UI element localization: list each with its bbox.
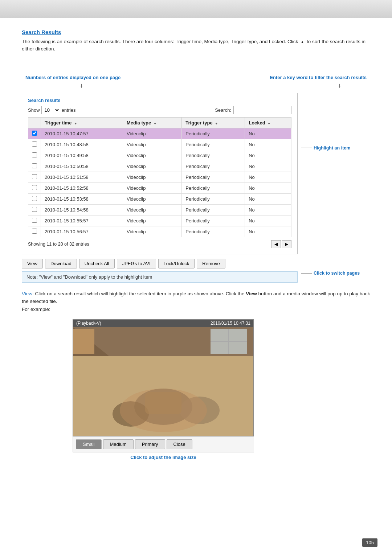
table-label: Search results [28, 98, 291, 103]
playback-image [73, 327, 253, 436]
trigger-type-cell: Periodically [182, 226, 245, 237]
table-row[interactable]: 2010-01-15 10:47:57VideoclipPeriodically… [28, 128, 291, 139]
annotation-right-label: Enter a key word to filter the search re… [270, 75, 367, 80]
table-row[interactable]: 2010-01-15 10:49:58VideoclipPeriodically… [28, 150, 291, 161]
trigger-type-cell: Periodically [182, 193, 245, 204]
svg-point-11 [120, 389, 207, 432]
media-type-cell: Videoclip [123, 128, 181, 139]
view-bold: View [246, 291, 257, 296]
trigger-type-header[interactable]: Trigger type ⬥ [182, 117, 245, 128]
table-header: Trigger time ⬥ Media type ⬥ Trigger type… [28, 117, 291, 128]
locked-cell: No [245, 182, 291, 193]
table-row[interactable]: 2010-01-15 10:52:58VideoclipPeriodically… [28, 182, 291, 193]
locked-cell: No [245, 128, 291, 139]
row-checkbox[interactable] [32, 163, 37, 168]
sort-icon-trigger: ⬥ [74, 121, 77, 125]
locked-header[interactable]: Locked ⬥ [245, 117, 291, 128]
locked-cell: No [245, 215, 291, 226]
row-checkbox[interactable] [32, 174, 37, 179]
small-button[interactable]: Small [76, 439, 102, 449]
media-type-cell: Videoclip [123, 182, 181, 193]
remove-button[interactable]: Remove [197, 259, 225, 268]
row-checkbox[interactable] [32, 152, 37, 157]
table-row[interactable]: 2010-01-15 10:53:58VideoclipPeriodically… [28, 193, 291, 204]
trigger-type-cell: Periodically [182, 172, 245, 182]
view-button[interactable]: View [22, 259, 43, 268]
playback-label-right: 2010/01/15 10:47:31 [211, 321, 250, 326]
trigger-time-cell: 2010-01-15 10:51:58 [41, 172, 123, 182]
trigger-type-cell: Periodically [182, 139, 245, 150]
locked-cell: No [245, 226, 291, 237]
click-adjust-label: Click to adjust the image size [73, 455, 254, 460]
locked-cell: No [245, 193, 291, 204]
table-row[interactable]: 2010-01-15 10:48:58VideoclipPeriodically… [28, 139, 291, 150]
close-button[interactable]: Close [167, 439, 192, 449]
sort-icon: ⬥ [301, 38, 304, 45]
trigger-time-cell: 2010-01-15 10:53:58 [41, 193, 123, 204]
show-label: Show [28, 107, 40, 113]
right-annotations: Highlight an item Click to switch pages [298, 93, 370, 290]
table-row[interactable]: 2010-01-15 10:54:58VideoclipPeriodically… [28, 204, 291, 215]
main-table-area: Search results Show 10 25 50 100 entries [22, 93, 298, 290]
sort-icon-media: ⬥ [154, 121, 156, 125]
page-number: 105 [362, 538, 377, 547]
for-example-label: For example: [22, 307, 50, 312]
row-checkbox[interactable] [32, 207, 37, 212]
prev-page-button[interactable]: ◀ [271, 240, 281, 248]
locked-cell: No [245, 150, 291, 161]
entries-select[interactable]: 10 25 50 100 [41, 106, 60, 114]
table-row[interactable]: 2010-01-15 10:50:58VideoclipPeriodically… [28, 161, 291, 172]
header-row: Trigger time ⬥ Media type ⬥ Trigger type… [28, 117, 291, 128]
media-type-cell: Videoclip [123, 193, 181, 204]
download-button[interactable]: Download [45, 259, 77, 268]
row-checkbox-cell [28, 172, 41, 182]
medium-button[interactable]: Medium [103, 439, 134, 449]
switch-annotation-text: Click to switch pages [314, 271, 360, 276]
note-box: Note: "View" and "Download" only apply t… [22, 271, 298, 283]
jpegs-to-avi-button[interactable]: JPEGs to AVI [117, 259, 156, 268]
row-checkbox-cell [28, 128, 41, 139]
sort-icon-type: ⬥ [215, 121, 217, 125]
trigger-time-header[interactable]: Trigger time ⬥ [41, 117, 123, 128]
row-checkbox[interactable] [32, 229, 37, 234]
results-table: Trigger time ⬥ Media type ⬥ Trigger type… [28, 117, 291, 237]
highlight-annotation-container: Highlight an item [301, 145, 350, 151]
intro-text-1: The following is an example of search re… [22, 39, 298, 44]
left-arrow-indicator: ↓ [80, 82, 83, 89]
showing-text-row: Showing 11 to 20 of 32 entries ◀ ▶ [28, 240, 291, 248]
annotation-area: Numbers of entries displayed on one page… [22, 60, 370, 89]
next-page-button[interactable]: ▶ [282, 240, 291, 248]
row-checkbox[interactable] [32, 131, 37, 136]
room-svg [73, 327, 253, 436]
row-checkbox-cell [28, 204, 41, 215]
media-type-header[interactable]: Media type ⬥ [123, 117, 181, 128]
top-bar [0, 0, 392, 18]
trigger-time-cell: 2010-01-15 10:56:57 [41, 226, 123, 237]
media-type-cell: Videoclip [123, 150, 181, 161]
row-checkbox[interactable] [32, 141, 37, 147]
highlight-annotation-text: Highlight an item [314, 145, 350, 151]
lock-unlock-button[interactable]: Lock/Unlock [158, 259, 195, 268]
row-checkbox-cell [28, 161, 41, 172]
right-arrow-indicator: ↓ [338, 82, 341, 89]
playback-label-left: (Playback-V) [76, 321, 101, 326]
trigger-time-cell: 2010-01-15 10:48:58 [41, 139, 123, 150]
row-checkbox[interactable] [32, 218, 37, 223]
row-checkbox-cell [28, 215, 41, 226]
primary-button[interactable]: Primary [135, 439, 165, 449]
playback-window: (Playback-V) 2010/01/15 10:47:31 [73, 319, 254, 436]
table-row[interactable]: 2010-01-15 10:55:57VideoclipPeriodically… [28, 215, 291, 226]
row-checkbox-cell [28, 182, 41, 193]
uncheck-all-button[interactable]: Uncheck All [79, 259, 115, 268]
row-checkbox[interactable] [32, 185, 37, 190]
row-checkbox[interactable] [32, 196, 37, 201]
table-row[interactable]: 2010-01-15 10:51:58VideoclipPeriodically… [28, 172, 291, 182]
view-link[interactable]: View [22, 291, 32, 296]
locked-cell: No [245, 204, 291, 215]
table-row[interactable]: 2010-01-15 10:56:57VideoclipPeriodically… [28, 226, 291, 237]
checkbox-header [28, 117, 41, 128]
trigger-type-cell: Periodically [182, 128, 245, 139]
trigger-time-cell: 2010-01-15 10:47:57 [41, 128, 123, 139]
search-input[interactable] [233, 106, 291, 114]
trigger-time-cell: 2010-01-15 10:55:57 [41, 215, 123, 226]
